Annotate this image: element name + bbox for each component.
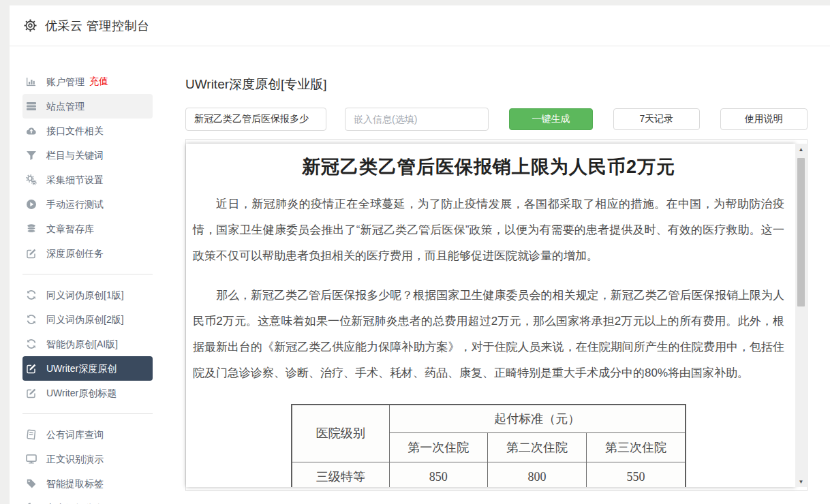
sidebar-item-label: 智能伪原创[AI版] (46, 337, 118, 351)
sidebar-item-label: 手动运行测试 (46, 198, 104, 211)
sidebar-divider (22, 274, 153, 274)
app-window: 优采云 管理控制台 账户管理 充值 站点管理 (10, 5, 830, 504)
sidebar-item-label: 站点管理 (46, 99, 84, 113)
sidebar-item-interface-files[interactable]: 接口文件相关 (22, 119, 153, 143)
sidebar-item-uwriter-title[interactable]: UWriter原创标题 (22, 381, 153, 405)
sidebar-item-label: 同义词伪原创[1版] (46, 288, 124, 302)
filter-icon (25, 150, 37, 161)
keyword-input[interactable] (185, 108, 326, 131)
sidebar-item-label: 采集细节设置 (46, 173, 104, 187)
table-sub-header: 第一次住院 (389, 432, 488, 462)
scrollbar-thumb[interactable] (797, 158, 805, 306)
sidebar-item-synonym-v2[interactable]: 同义词伪原创[2版] (22, 307, 153, 332)
sidebar-item-synonym-v1[interactable]: 同义词伪原创[1版] (22, 283, 153, 307)
refresh-icon (25, 314, 37, 326)
article-paragraph: 近日，新冠肺炎的疫情正在全球蔓延，为了防止疫情发展，各国都采取了相应的措施。在中… (193, 191, 784, 269)
sidebar-divider (22, 413, 153, 414)
app-title: 优采云 管理控制台 (45, 18, 150, 34)
sidebar-item-extract-tags[interactable]: 智能提取标签 (22, 471, 153, 496)
deductible-table: 医院级别 起付标准（元） 第一次住院 第二次住院 第三次住院 三级特等 850 … (291, 404, 686, 487)
gears-icon (25, 174, 37, 186)
sidebar-item-body-recognition[interactable]: 正文识别演示 (22, 447, 153, 471)
sidebar-item-sites[interactable]: 站点管理 (22, 94, 153, 119)
sidebar-item-label: 同义词伪原创[2版] (46, 313, 124, 326)
history-button[interactable]: 7天记录 (613, 108, 699, 130)
sidebar-item-label: 接口文件相关 (46, 124, 104, 138)
help-button[interactable]: 使用说明 (720, 108, 808, 130)
sidebar-item-label: 文本智能分类 (46, 501, 104, 504)
scrollbar[interactable]: ▲ ▼ (795, 144, 807, 487)
cloud-upload-icon (25, 125, 37, 137)
edit-icon (25, 388, 37, 399)
generate-button[interactable]: 一键生成 (509, 108, 593, 130)
article-title: 新冠乙类乙管后医保报销上限为人民币2万元 (193, 155, 784, 179)
play-icon (25, 199, 37, 210)
page-title: UWriter深度原创[专业版] (185, 76, 808, 93)
article-table-wrap: 医院级别 起付标准（元） 第一次住院 第二次住院 第三次住院 三级特等 850 … (193, 404, 784, 487)
app-header: 优采云 管理控制台 (10, 5, 830, 46)
refresh-icon (25, 338, 37, 350)
edit-icon (25, 363, 37, 375)
recharge-link[interactable]: 充值 (89, 76, 108, 88)
article-preview-panel: 新冠乙类乙管后医保报销上限为人民币2万元 近日，新冠肺炎的疫情正在全球蔓延，为了… (185, 139, 808, 491)
sidebar-item-label: 文章暂存库 (46, 222, 94, 236)
table-value: 550 (586, 462, 686, 487)
embed-info-input[interactable] (345, 108, 489, 131)
table-value: 850 (389, 462, 488, 487)
sidebar-item-label: 正文识别演示 (46, 452, 104, 466)
sidebar-item-label: UWriter深度原创 (46, 362, 117, 375)
sidebar-item-uwriter-deep[interactable]: UWriter深度原创 (22, 356, 153, 381)
main-content: UWriter深度原创[专业版] 一键生成 7天记录 使用说明 新冠乙类乙管后医… (176, 47, 830, 504)
sidebar-item-public-thesaurus[interactable]: 公有词库查询 (22, 422, 153, 447)
sidebar-item-columns-keywords[interactable]: 栏目与关键词 (22, 143, 153, 168)
table-row: 三级特等 850 800 550 (292, 462, 686, 487)
sidebar-item-label: UWriter原创标题 (46, 386, 117, 400)
sidebar: 账户管理 充值 站点管理 接口文件相关 (10, 47, 166, 504)
sidebar-item-label: 深度原创任务 (46, 247, 104, 260)
gear-icon (24, 19, 37, 32)
book-icon (25, 429, 37, 441)
table-corner-header: 医院级别 (292, 405, 389, 462)
table-group-header: 起付标准（元） (389, 405, 686, 432)
database-icon (25, 223, 37, 235)
sidebar-item-label: 智能提取标签 (46, 477, 104, 490)
monitor-icon (25, 454, 37, 465)
table-value: 800 (488, 462, 587, 487)
bar-chart-icon (25, 76, 37, 88)
table-sub-header: 第二次住院 (488, 432, 587, 462)
sidebar-item-deep-original-task[interactable]: 深度原创任务 (22, 241, 153, 266)
scroll-up-icon[interactable]: ▲ (795, 144, 807, 155)
refresh-icon (25, 289, 37, 301)
article-document: 新冠乙类乙管后医保报销上限为人民币2万元 近日，新冠肺炎的疫情正在全球蔓延，为了… (186, 144, 795, 487)
sidebar-item-text-classify[interactable]: 文本智能分类 (22, 496, 153, 504)
sidebar-item-manual-test[interactable]: 手动运行测试 (22, 192, 153, 217)
controls-row: 一键生成 7天记录 使用说明 (185, 108, 808, 131)
sidebar-item-article-store[interactable]: 文章暂存库 (22, 217, 153, 241)
table-sub-header: 第三次住院 (586, 432, 686, 462)
tag-icon (25, 478, 37, 490)
sidebar-item-label: 公有词库查询 (46, 428, 104, 441)
sidebar-item-ai-pseudo[interactable]: 智能伪原创[AI版] (22, 332, 153, 356)
sidebar-item-account[interactable]: 账户管理 充值 (22, 69, 153, 94)
sidebar-item-collect-settings[interactable]: 采集细节设置 (22, 168, 153, 192)
scroll-down-icon[interactable]: ▼ (795, 476, 807, 487)
edit-icon (25, 248, 37, 259)
hospital-level: 三级特等 (292, 462, 389, 487)
sidebar-item-label: 账户管理 (46, 75, 84, 89)
server-icon (25, 101, 37, 112)
sidebar-item-label: 栏目与关键词 (46, 148, 104, 162)
article-paragraph: 那么，新冠乙类乙管后医保报多少呢？根据国家卫生健康委员会的相关规定，新冠乙类乙管… (193, 283, 784, 386)
